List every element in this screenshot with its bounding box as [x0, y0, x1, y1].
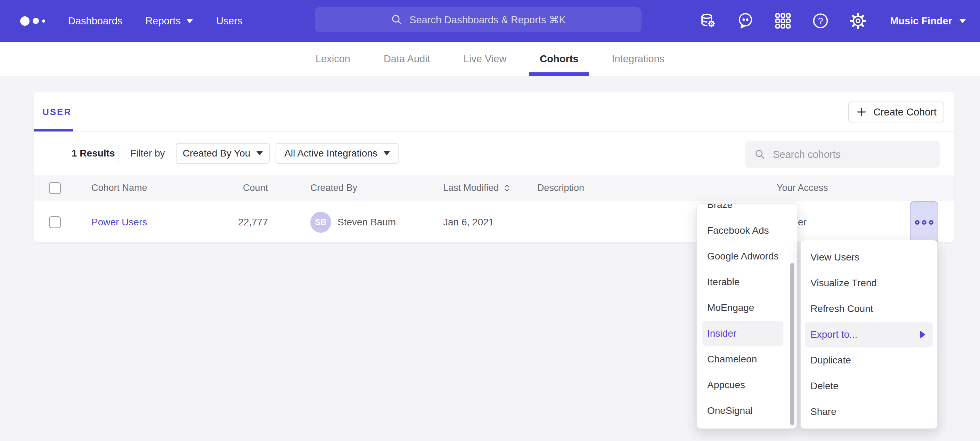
created-by-name: Steven Baum: [337, 217, 396, 228]
project-switcher[interactable]: Music Finder: [890, 15, 966, 27]
filter-by-label: Filter by: [130, 132, 165, 175]
menu-item-visualize-trend[interactable]: Visualize Trend: [801, 270, 937, 296]
sort-icon: [504, 184, 510, 192]
search-icon: [391, 14, 403, 26]
column-created-by[interactable]: Created By: [310, 175, 357, 201]
table-header: Cohort Name Count Created By Last Modifi…: [34, 175, 954, 201]
menu-item-refresh-count[interactable]: Refresh Count: [801, 296, 937, 322]
menu-item-appcues[interactable]: Appcues: [697, 372, 797, 398]
submenu-arrow-icon: [920, 331, 926, 339]
column-description[interactable]: Description: [537, 175, 584, 201]
menu-item-view-users[interactable]: View Users: [801, 244, 937, 270]
create-cohort-button[interactable]: Create Cohort: [848, 102, 944, 122]
table-row: Power Users 22,777 SB Steven Baum Jan 6,…: [34, 201, 954, 243]
cohort-search: [745, 141, 940, 168]
column-cohort-name[interactable]: Cohort Name: [91, 175, 147, 201]
top-navbar: Dashboards Reports Users Search Dashboar…: [0, 0, 980, 42]
ellipsis-icon: [915, 220, 920, 225]
data-management-icon[interactable]: [699, 12, 717, 30]
apps-grid-icon[interactable]: [774, 12, 792, 30]
menu-item-facebook-ads[interactable]: Facebook Ads: [697, 218, 797, 243]
menu-item-iterable[interactable]: Iterable: [697, 269, 797, 295]
menu-item-share[interactable]: Share: [801, 399, 937, 425]
tab-lexicon[interactable]: Lexicon: [313, 42, 352, 76]
divider: [118, 145, 119, 162]
filter-bar: 1 Results Filter by Created By You All A…: [34, 132, 954, 175]
cohorts-card: USER Create Cohort 1 Results Filter by C…: [34, 91, 954, 243]
menu-item-chameleon[interactable]: Chameleon: [697, 347, 797, 372]
menu-item-export-to[interactable]: Export to...: [805, 322, 933, 347]
chevron-down-icon: [959, 19, 966, 23]
export-targets-menu: Braze Facebook Ads Google Adwords Iterab…: [697, 203, 797, 429]
settings-gear-icon[interactable]: [849, 12, 867, 30]
row-actions-menu: View Users Visualize Trend Refresh Count…: [800, 240, 938, 429]
menu-scrollbar[interactable]: [790, 263, 794, 425]
row-actions-button[interactable]: [910, 201, 938, 243]
tab-user-cohorts[interactable]: USER: [42, 107, 72, 118]
column-last-modified[interactable]: Last Modified: [443, 175, 510, 201]
chevron-down-icon: [256, 151, 263, 155]
help-icon[interactable]: ?: [811, 12, 829, 30]
column-count[interactable]: Count: [181, 175, 268, 201]
chevron-down-icon: [186, 19, 193, 23]
last-modified-date: Jan 6, 2021: [443, 201, 494, 243]
feedback-icon[interactable]: [737, 12, 754, 30]
nav-users[interactable]: Users: [216, 15, 243, 27]
chevron-down-icon: [383, 151, 390, 155]
results-count: 1 Results: [72, 132, 115, 175]
column-your-access[interactable]: Your Access: [777, 175, 828, 201]
global-search-input[interactable]: Search Dashboards & Reports ⌘K: [315, 7, 641, 32]
search-icon: [754, 148, 766, 161]
menu-item-duplicate[interactable]: Duplicate: [801, 347, 937, 373]
created-by-filter-dropdown[interactable]: Created By You: [176, 143, 270, 164]
cohort-count: 22,777: [181, 201, 268, 243]
tab-live-view[interactable]: Live View: [461, 42, 509, 76]
tab-cohorts[interactable]: Cohorts: [538, 42, 581, 76]
mixpanel-logo-icon[interactable]: [20, 16, 45, 26]
tab-integrations[interactable]: Integrations: [610, 42, 667, 76]
tab-data-audit[interactable]: Data Audit: [382, 42, 432, 76]
nav-dashboards[interactable]: Dashboards: [68, 15, 123, 27]
avatar: SB: [310, 212, 331, 233]
menu-item-onesignal[interactable]: OneSignal: [697, 398, 797, 423]
secondary-nav: Lexicon Data Audit Live View Cohorts Int…: [0, 42, 980, 76]
svg-text:?: ?: [818, 16, 823, 26]
plus-icon: [856, 106, 867, 118]
menu-item-braze[interactable]: Braze: [697, 203, 797, 218]
menu-item-moengage[interactable]: MoEngage: [697, 295, 797, 321]
menu-item-delete[interactable]: Delete: [801, 373, 937, 399]
menu-item-insider[interactable]: Insider: [702, 321, 783, 347]
row-checkbox[interactable]: [49, 216, 61, 228]
your-access-value: er: [798, 201, 807, 243]
integrations-filter-dropdown[interactable]: All Active Integrations: [275, 143, 399, 164]
select-all-checkbox[interactable]: [49, 182, 61, 194]
cohort-search-input[interactable]: [773, 149, 931, 160]
project-name: Music Finder: [890, 15, 952, 27]
menu-item-google-adwords[interactable]: Google Adwords: [697, 243, 797, 269]
cohort-name-link[interactable]: Power Users: [91, 217, 147, 228]
nav-reports[interactable]: Reports: [145, 15, 193, 27]
